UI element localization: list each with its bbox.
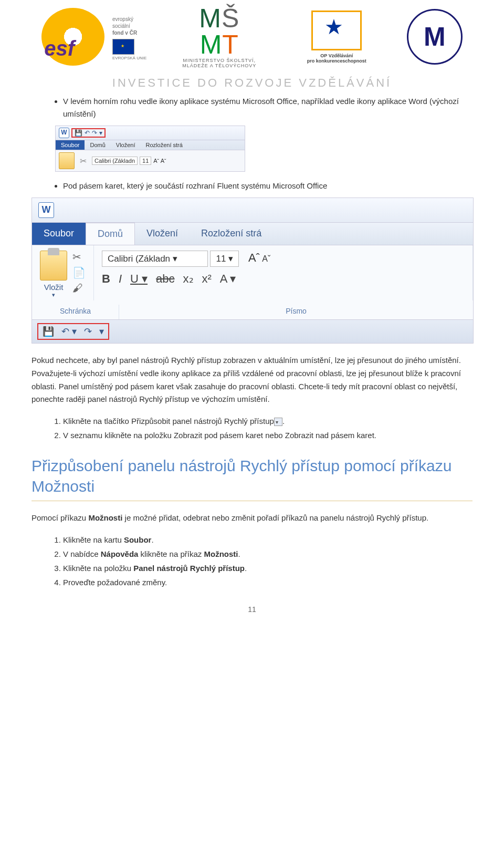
ol1-item2: V seznamu klikněte na položku Zobrazit p…: [63, 428, 472, 442]
section-divider: [32, 501, 472, 501]
redo-icon: ↷: [92, 129, 97, 137]
page-number: 11: [32, 605, 472, 614]
header-logos: esf evropský sociální fond v ČR EVROPSKÁ…: [32, 0, 472, 68]
paste-button: Vložit ▾: [40, 251, 67, 298]
ol2-item3: Klikněte na položku Panel nástrojů Rychl…: [63, 561, 472, 575]
logo-op: OP Vzdělávání pro konkurenceschopnost: [292, 11, 381, 64]
qat-highlight: 💾 ↶ ↷ ▾: [71, 128, 106, 138]
aa-sm: A˘ A˘: [153, 158, 166, 164]
group-clipboard: Schránka: [32, 305, 119, 319]
msmt-icon: MŠMT: [172, 5, 267, 58]
dropdown-icon: ▾: [99, 129, 102, 137]
op-box-icon: [311, 11, 362, 50]
ol2-item2: V nabídce Nápověda klikněte na příkaz Mo…: [63, 547, 472, 561]
redo-icon-below: ↷: [84, 326, 92, 337]
tab-insert: Vložení: [135, 223, 190, 245]
font-dd-sm: Calibri (Základn: [92, 157, 138, 165]
size-dd-sm: 11: [140, 157, 151, 165]
undo-icon: ↶: [85, 129, 90, 137]
undo-icon-below: ↶ ▾: [61, 326, 77, 337]
logo-esf: esf evropský sociální fond v ČR EVROPSKÁ…: [41, 8, 146, 66]
bullet-list-2: Pod pásem karet, který je součástí rozhr…: [32, 180, 472, 192]
italic-icon: I: [119, 272, 122, 286]
ol1-item1: Klikněte na tlačítko Přizpůsobit panel n…: [63, 414, 472, 428]
ol2-item4: Proveďte požadované změny.: [63, 575, 472, 589]
save-icon-below: 💾: [43, 326, 54, 337]
changecase-icon: A ▾: [220, 272, 236, 286]
screenshot-ribbon-top: W 💾 ↶ ↷ ▾ Soubor Domů Vložení Rozložení …: [55, 126, 245, 172]
logo-mu: M: [407, 9, 463, 65]
tab-home: Domů: [86, 223, 135, 245]
bold-icon: B: [102, 272, 110, 286]
invest-heading: INVESTICE DO ROZVOJE VZDĚLÁVÁNÍ: [32, 76, 472, 90]
paragraph-1: Pokud nechcete, aby byl panel nástrojů R…: [32, 354, 472, 406]
section-heading: Přizpůsobení panelu nástrojů Rychlý přís…: [32, 455, 472, 496]
qat-below-highlight: 💾 ↶ ▾ ↷ ▾: [37, 323, 109, 340]
screenshot-ribbon-below: W Soubor Domů Vložení Rozložení strá Vlo…: [32, 198, 474, 344]
grow-font-icon: Aˆ: [248, 251, 260, 264]
bullet-1: V levém horním rohu vedle ikony aplikace…: [63, 95, 472, 120]
font-name-dd: Calibri (Základn ▾: [102, 251, 208, 267]
dropdown-icon-below: ▾: [99, 326, 104, 337]
tab-home-sm: Domů: [85, 140, 110, 150]
tab-file-sm: Soubor: [56, 140, 85, 150]
bullet-2: Pod pásem karet, který je součástí rozhr…: [63, 180, 472, 192]
tab-file: Soubor: [32, 223, 86, 245]
subscript-icon: x₂: [183, 272, 194, 286]
eu-flag-icon: [112, 39, 134, 55]
save-icon: 💾: [75, 129, 82, 137]
customize-qat-icon: [274, 418, 282, 426]
esf-right-text: evropský sociální fond v ČR EVROPSKÁ UNI…: [112, 16, 146, 61]
font-size-dd: 11 ▾: [210, 251, 239, 267]
word-icon: W: [59, 128, 69, 138]
bullet-list-1: V levém horním rohu vedle ikony aplikace…: [32, 95, 472, 120]
superscript-icon: x²: [202, 272, 212, 286]
paste-icon-sm: [59, 152, 75, 169]
shrink-font-icon: Aˇ: [262, 254, 270, 263]
esf-label: esf: [44, 37, 75, 60]
copy-icon: 📄: [72, 266, 86, 279]
ol2-item1: Klikněte na kartu Soubor.: [63, 533, 472, 547]
tab-insert-sm: Vložení: [111, 140, 141, 150]
cut-icon-sm: ✂: [80, 156, 87, 166]
word-icon-big: W: [38, 202, 54, 218]
paragraph-2: Pomocí příkazu Možnosti je možné přidat,…: [32, 512, 472, 525]
ordered-list-2: Klikněte na kartu Soubor. V nabídce Nápo…: [32, 533, 472, 589]
group-font: Písmo: [119, 305, 473, 319]
ordered-list-1: Klikněte na tlačítko Přizpůsobit panel n…: [32, 414, 472, 442]
paste-icon: [40, 251, 67, 281]
cut-icon: ✂: [72, 251, 86, 263]
strike-icon: abc: [156, 272, 174, 286]
logo-msmt: MŠMT MINISTERSTVO ŠKOLSTVÍ, MLÁDEŽE A TĚ…: [172, 5, 267, 68]
tab-layout-sm: Rozložení strá: [141, 140, 188, 150]
tab-layout: Rozložení strá: [190, 223, 273, 245]
underline-icon: U ▾: [130, 272, 148, 286]
brush-icon: 🖌: [72, 282, 86, 294]
